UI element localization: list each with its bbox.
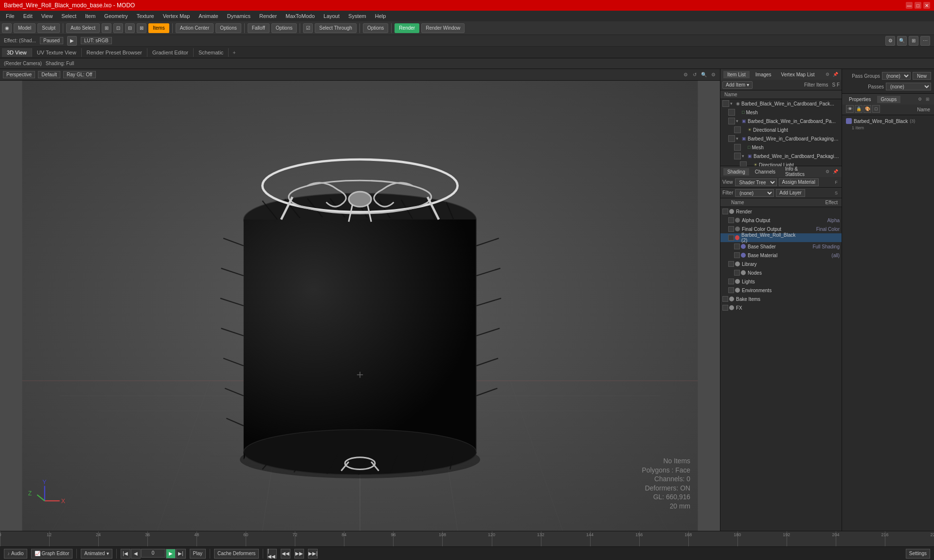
menu-dynamics[interactable]: Dynamics [223, 12, 254, 20]
shading-visibility-toggle[interactable] [722, 209, 728, 214]
visibility-toggle[interactable] [734, 153, 741, 159]
graph-editor-button[interactable]: 📈 Graph Editor [31, 549, 73, 559]
menu-geometry[interactable]: Geometry [100, 12, 131, 20]
transport-icon-4[interactable]: ▶▶| [308, 549, 318, 559]
shading-tree-item[interactable]: Alpha OutputAlpha [720, 216, 842, 225]
timeline-ruler[interactable]: 0122436486072849610812013214415616818019… [0, 531, 934, 546]
group-list-item[interactable]: Barbed_Wire_Roll_Black (3) [844, 117, 932, 125]
tree-item[interactable]: ▾▣Barbed_Wire_in_Cardboard_Packaging_... [720, 134, 842, 143]
tab-info-stats[interactable]: Info & Statistics [781, 165, 822, 178]
view-dropdown[interactable]: Shader Tree [735, 178, 777, 186]
visibility-toggle[interactable] [722, 100, 729, 107]
shading-tree-item[interactable]: Base Material(all) [720, 251, 842, 260]
maximize-button[interactable]: □ [915, 2, 921, 9]
shading-tree-item[interactable]: Barbed_Wire_Roll_Black (2) [720, 233, 842, 242]
falloff-button[interactable]: Falloff [248, 23, 269, 33]
model-mode-button[interactable]: Model [14, 23, 36, 33]
menu-edit[interactable]: Edit [19, 12, 36, 20]
effectbar-fit-icon[interactable]: ⊞ [909, 36, 918, 46]
next-frame-button[interactable]: ▶| [176, 549, 186, 559]
visibility-toggle[interactable] [728, 135, 735, 142]
shading-tree-item[interactable]: Library [720, 260, 842, 268]
tree-expand-arrow[interactable]: ▾ [736, 136, 742, 141]
settings-button[interactable]: Settings [906, 549, 930, 559]
menu-help[interactable]: Help [371, 12, 390, 20]
tree-expand-arrow[interactable]: ▾ [736, 119, 742, 123]
menu-item[interactable]: Item [81, 12, 99, 20]
shading-visibility-toggle[interactable] [722, 296, 728, 302]
tab-channels[interactable]: Channels [751, 168, 779, 175]
shading-visibility-toggle[interactable] [728, 217, 734, 223]
menu-file[interactable]: File [2, 12, 18, 20]
tree-item[interactable]: ☀Directional Light [720, 125, 842, 134]
options1-button[interactable]: Options [216, 23, 241, 33]
group-icon-box[interactable]: □ [872, 105, 880, 113]
tab-images[interactable]: Images [752, 71, 775, 78]
assign-material-button[interactable]: Assign Material [779, 178, 819, 186]
shading-visibility-toggle[interactable] [728, 287, 734, 293]
item-list-pin-icon[interactable]: 📌 [832, 71, 839, 78]
shading-tree-item[interactable]: Nodes [720, 268, 842, 277]
tree-item[interactable]: ▾◉Barbed_Black_Wire_in_Cardboard_Pack... [720, 99, 842, 108]
menu-animate[interactable]: Animate [195, 12, 222, 20]
tab-properties[interactable]: Properties [845, 96, 875, 103]
tree-expand-arrow[interactable]: ▾ [730, 101, 736, 106]
viewport-settings-icon[interactable]: ⚙ [682, 71, 689, 79]
passes-dropdown[interactable]: (none) [886, 83, 931, 90]
select-icon[interactable]: ☑ [303, 23, 313, 33]
viewport-more-icon[interactable]: ⚙ [709, 71, 717, 79]
toolbar-icon-3[interactable]: ⊡ [113, 23, 123, 33]
cache-deformers-button[interactable]: Cache Deformers [214, 549, 259, 559]
tab-render-preset[interactable]: Render Preset Browser [82, 48, 147, 57]
menu-vertex-map[interactable]: Vertex Map [159, 12, 194, 20]
shading-visibility-toggle[interactable] [734, 270, 740, 276]
tab-uv-texture[interactable]: UV Texture View [32, 48, 82, 57]
effectbar-settings-icon[interactable]: ⚙ [885, 36, 895, 46]
group-icon-lock[interactable]: 🔒 [855, 105, 862, 113]
shading-visibility-toggle[interactable] [734, 252, 740, 258]
items-button[interactable]: Items [148, 23, 169, 33]
audio-button[interactable]: ♪ Audio [4, 549, 27, 559]
close-button[interactable]: ✕ [923, 2, 930, 9]
tree-item[interactable]: □Mesh [720, 108, 842, 117]
menu-layout[interactable]: Layout [320, 12, 343, 20]
shading-pin-icon[interactable]: 📌 [832, 168, 839, 175]
ray-gl-toggle[interactable]: Ray GL: Off [63, 71, 96, 78]
filter-flag-s[interactable]: S [833, 190, 840, 196]
shading-flag-icon[interactable]: F [833, 179, 840, 186]
goto-start-button[interactable]: |◀ [121, 549, 130, 559]
shading-tree-item[interactable]: Lights [720, 277, 842, 286]
menu-system[interactable]: System [344, 12, 370, 20]
action-center-button[interactable]: Action Center [176, 23, 214, 33]
shading-tree-item[interactable]: Render [720, 207, 842, 216]
transport-icon-1[interactable]: |◀◀ [267, 549, 277, 559]
render-button[interactable]: Render [395, 23, 419, 33]
shading-settings-icon[interactable]: ⚙ [824, 168, 831, 175]
visibility-toggle[interactable] [728, 109, 735, 116]
add-layer-button[interactable]: Add Layer [776, 189, 805, 197]
minimize-button[interactable]: — [906, 2, 913, 9]
effectbar-icon[interactable]: ▶ [67, 36, 77, 46]
toolbar-icon-1[interactable]: ◉ [2, 23, 12, 33]
shading-visibility-toggle[interactable] [728, 235, 734, 241]
options2-button[interactable]: Options [271, 23, 297, 33]
add-item-button[interactable]: Add Item ▾ [722, 81, 753, 89]
visibility-toggle[interactable] [728, 118, 735, 124]
group-icon-color[interactable]: 🎨 [863, 105, 871, 113]
visibility-toggle[interactable] [734, 144, 741, 151]
shading-visibility-toggle[interactable] [722, 305, 728, 311]
render-window-button[interactable]: Render Window [421, 23, 465, 33]
tab-item-list[interactable]: Item List [723, 71, 750, 78]
group-icon-eye[interactable]: 👁 [846, 105, 854, 113]
animated-dropdown[interactable]: Animated ▾ [81, 549, 112, 559]
tab-shading[interactable]: Shading [723, 168, 749, 175]
transport-icon-2[interactable]: ◀◀ [281, 549, 290, 559]
frame-input[interactable] [141, 549, 165, 558]
tab-3d-view[interactable]: 3D View [2, 48, 32, 57]
menu-view[interactable]: View [37, 12, 57, 20]
view-mode-dropdown[interactable]: Perspective [3, 71, 35, 78]
play-button[interactable]: ▶ [166, 549, 176, 559]
tree-expand-arrow[interactable]: ▾ [742, 154, 748, 158]
item-list-settings-icon[interactable]: ⚙ [824, 71, 831, 78]
visibility-toggle[interactable] [734, 126, 741, 133]
